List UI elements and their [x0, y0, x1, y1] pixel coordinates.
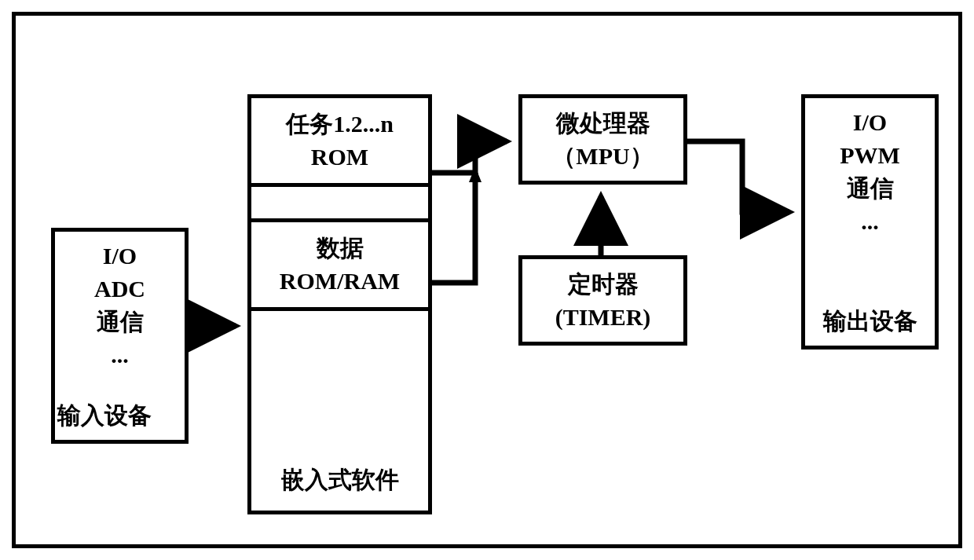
output-ellipsis-label: ... [861, 205, 879, 238]
input-device-box: I/O ADC 通信 ... 输入设备 [51, 228, 189, 444]
input-io-label: I/O [103, 240, 137, 273]
data-rom-ram-section: 数据 ROM/RAM [251, 222, 428, 311]
input-adc-label: ADC [94, 273, 145, 306]
arrow-software-to-mpu [432, 126, 526, 294]
output-device-label: 输出设备 [823, 305, 917, 338]
arrow-timer-to-mpu [585, 185, 617, 266]
arrow-mpu-to-output [687, 126, 813, 239]
arrow-input-to-software [189, 310, 251, 345]
input-comm-label: 通信 [97, 306, 144, 339]
mpu-label-2: （MPU） [552, 140, 653, 173]
software-gap [251, 187, 428, 222]
tasks-rom-label: ROM [255, 141, 424, 174]
input-device-label: 输入设备 [57, 399, 152, 432]
software-label-section: 嵌入式软件 [251, 311, 428, 511]
diagram-frame: I/O ADC 通信 ... 输入设备 任务1.2...n ROM 数据 ROM… [12, 12, 962, 548]
timer-label-2: (TIMER) [555, 301, 651, 334]
tasks-label: 任务1.2...n [255, 108, 424, 141]
mpu-label-1: 微处理器 [556, 107, 650, 140]
rom-ram-label: ROM/RAM [255, 265, 424, 298]
embedded-software-box: 任务1.2...n ROM 数据 ROM/RAM 嵌入式软件 [247, 94, 432, 514]
output-device-box: I/O PWM 通信 ... 输出设备 [801, 94, 939, 350]
tasks-rom-section: 任务1.2...n ROM [251, 98, 428, 187]
embedded-software-label: 嵌入式软件 [281, 463, 399, 496]
data-label: 数据 [255, 232, 424, 265]
output-io-label: I/O [853, 106, 887, 139]
mpu-box: 微处理器 （MPU） [518, 94, 687, 185]
timer-label-1: 定时器 [568, 268, 639, 301]
input-ellipsis-label: ... [111, 339, 129, 372]
output-pwm-label: PWM [840, 139, 900, 172]
timer-box: 定时器 (TIMER) [518, 255, 687, 346]
output-comm-label: 通信 [847, 172, 894, 205]
